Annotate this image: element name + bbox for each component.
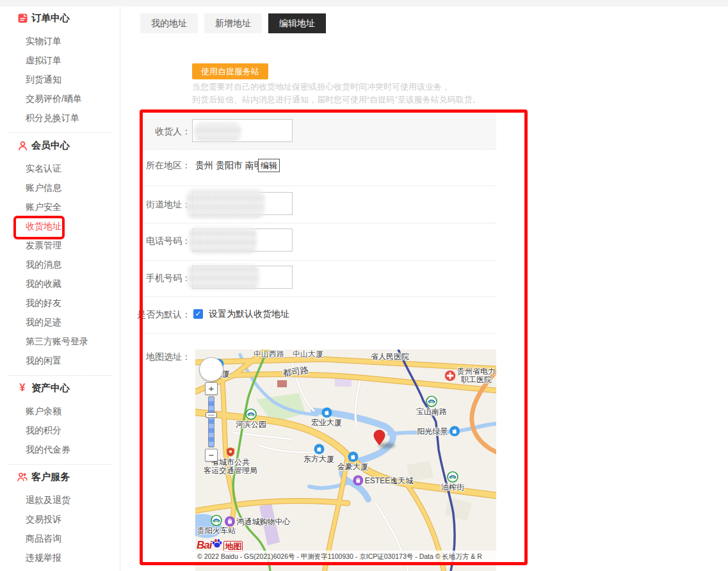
region-label: 所在地区： [128, 160, 191, 172]
sidebar-section-title: 客户服务 [31, 471, 70, 483]
map-copyright: © 2022 Baidu - GS(2021)6026号 - 甲测资字11009… [195, 551, 496, 562]
row-divider [142, 296, 496, 297]
sidebar-item-invoice[interactable]: 发票管理 [0, 236, 120, 255]
map-marker-pin[interactable] [373, 430, 385, 448]
pickup-desc-line2: 到货后短信、站内消息进行通知，届时您可使用“自提码”至该服务站兑码取货。 [192, 93, 551, 106]
receiver-label: 收货人： [128, 126, 191, 138]
sidebar-item-vouchers[interactable]: 我的代金券 [0, 440, 120, 460]
sidebar-section-title: 订单中心 [31, 12, 70, 24]
tab-edit-address[interactable]: 编辑地址 [268, 13, 326, 33]
sidebar-section-assets: ¥ 资产中心 [0, 380, 120, 396]
sidebar-divider [8, 464, 112, 465]
sidebar-item-third-party-login[interactable]: 第三方账号登录 [0, 332, 120, 351]
phone-input[interactable] [192, 229, 293, 252]
sidebar-section-title: 资产中心 [31, 382, 70, 394]
sidebar-item-favorites[interactable]: 我的收藏 [0, 275, 120, 294]
pan-left-icon[interactable] [202, 366, 209, 373]
sidebar-item-footprints[interactable]: 我的足迹 [0, 313, 120, 332]
sidebar-item-refunds[interactable]: 退款及退货 [0, 491, 120, 510]
sidebar-item-balance[interactable]: 账户余额 [0, 402, 120, 421]
baidu-logo-text: Bai [197, 539, 211, 552]
order-icon [17, 13, 28, 23]
sidebar-section-title: 会员中心 [31, 140, 70, 152]
mobile-label: 手机号码： [128, 273, 191, 284]
service-icon [17, 472, 28, 482]
map-canvas[interactable]: 中山西路中山大厦都司路辉大厦省人民医院贵州省电力职工医院宝山南路阳光绿景河滨公园… [195, 350, 496, 571]
row-divider [142, 333, 496, 334]
default-checkbox[interactable]: ✓ [193, 309, 203, 319]
page-background-strip [0, 0, 728, 6]
phone-label: 电话号码： [128, 236, 191, 247]
sidebar-item-virtual-orders[interactable]: 虚拟订单 [0, 51, 120, 70]
member-icon [17, 140, 28, 150]
map-pan-control[interactable] [199, 357, 223, 382]
sidebar-divider [8, 375, 112, 376]
sidebar: 订单中心 实物订单 虚拟订单 到货通知 交易评价/晒单 积分兑换订单 会员中心 … [0, 6, 120, 571]
baidu-paw-icon [211, 538, 223, 552]
redacted-mobile-value [188, 265, 259, 289]
sidebar-section-orders: 订单中心 [0, 10, 120, 26]
row-divider [142, 223, 496, 223]
row-divider [142, 260, 496, 261]
sidebar-divider [8, 133, 112, 133]
sidebar-item-account-info[interactable]: 账户信息 [0, 179, 120, 198]
sidebar-item-arrival-notice[interactable]: 到货通知 [0, 70, 120, 90]
zoom-slider-track[interactable] [208, 396, 214, 447]
sidebar-item-shipping-address[interactable]: 收货地址 [0, 217, 120, 236]
address-tabs: 我的地址 新增地址 编辑地址 [140, 13, 332, 33]
zoom-out-button[interactable]: − [205, 449, 218, 462]
street-input[interactable] [192, 192, 293, 215]
row-divider [142, 186, 496, 186]
sidebar-section-service: 客户服务 [0, 469, 120, 485]
sidebar-item-points[interactable]: 我的积分 [0, 421, 120, 440]
map-select-label: 地图选址： [128, 351, 191, 363]
sidebar-item-real-name[interactable]: 实名认证 [0, 159, 120, 179]
default-checkbox-label: 设置为默认收货地址 [209, 309, 289, 320]
sidebar-item-account-security[interactable]: 账户安全 [0, 198, 120, 217]
sidebar-item-product-inquiry[interactable]: 商品咨询 [0, 529, 120, 549]
pan-right-icon[interactable] [214, 366, 220, 373]
street-label: 街道地址： [128, 199, 191, 211]
tab-my-address[interactable]: 我的地址 [140, 13, 198, 33]
sidebar-section-member: 会员中心 [0, 138, 120, 153]
mobile-input[interactable] [192, 266, 293, 289]
sidebar-item-idle[interactable]: 我的闲置 [0, 351, 120, 371]
row-divider [142, 149, 496, 150]
sidebar-item-friends[interactable]: 我的好友 [0, 294, 120, 313]
pan-down-icon[interactable] [208, 372, 214, 378]
redacted-street-value [186, 189, 264, 218]
region-edit-button[interactable]: 编辑 [258, 159, 280, 172]
sidebar-item-messages[interactable]: 我的消息 [0, 255, 120, 275]
redacted-receiver-value [194, 122, 241, 141]
sidebar-item-reviews[interactable]: 交易评价/晒单 [0, 90, 120, 109]
tab-new-address[interactable]: 新增地址 [204, 13, 262, 33]
yen-icon: ¥ [17, 383, 28, 393]
default-label: 是否为默认： [128, 309, 191, 321]
sidebar-item-complaints[interactable]: 交易投诉 [0, 510, 120, 529]
pickup-desc-line1: 当您需要对自己的收货地址保密或担心收货时间冲突时可使用该业务， [192, 81, 551, 93]
baidu-maps-logo: Bai 地图 [197, 536, 243, 552]
sidebar-item-report[interactable]: 违规举报 [0, 549, 120, 568]
zoom-slider-handle[interactable] [206, 412, 217, 418]
sidebar-item-points-orders[interactable]: 积分兑换订单 [0, 109, 120, 128]
sidebar-item-physical-orders[interactable]: 实物订单 [0, 32, 120, 51]
redacted-phone-value [189, 227, 257, 253]
use-pickup-station-button[interactable]: 使用自提服务站 [192, 63, 268, 79]
receiver-input[interactable] [192, 119, 293, 142]
zoom-in-button[interactable]: + [205, 382, 218, 395]
